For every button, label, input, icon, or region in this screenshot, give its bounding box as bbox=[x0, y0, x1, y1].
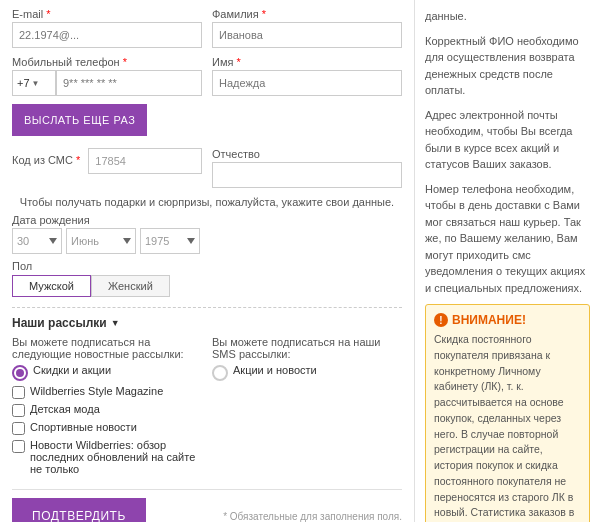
sms-subs-title: Вы можете подписаться на наши SMS рассыл… bbox=[212, 336, 402, 360]
email-sub-discounts: Скидки и акции bbox=[12, 364, 202, 381]
phone-label: Мобильный телефон * bbox=[12, 56, 202, 68]
warning-icon: ! bbox=[434, 313, 448, 327]
dob-group: Дата рождения 30 Июнь 1975 bbox=[12, 214, 402, 254]
patronymic-group: Отчество bbox=[212, 148, 402, 188]
right-para3: Номер телефона необходим, чтобы в день д… bbox=[425, 181, 590, 297]
email-sub-kids: Детская мода bbox=[12, 403, 202, 417]
bottom-bar: ПОДТВЕРДИТЬ * Обязательные для заполнени… bbox=[12, 489, 402, 522]
warning-text: Скидка постоянного покупателя привязана … bbox=[434, 332, 581, 522]
surname-input[interactable] bbox=[212, 22, 402, 48]
gender-buttons: Мужской Женский bbox=[12, 275, 402, 297]
resend-row: ВЫСЛАТЬ ЕЩЕ РАЗ bbox=[12, 104, 402, 142]
email-subs-title: Вы можете подписаться на следующие новос… bbox=[12, 336, 202, 360]
surname-group: Фамилия * bbox=[212, 8, 402, 48]
email-label: E-mail * bbox=[12, 8, 202, 20]
sms-subscriptions-col: Вы можете подписаться на наши SMS рассыл… bbox=[212, 336, 402, 479]
subscription-columns: Вы можете подписаться на следующие новос… bbox=[12, 336, 402, 479]
right-panel: данные. Корректный ФИО необходимо для ос… bbox=[415, 0, 600, 522]
name-input[interactable] bbox=[212, 70, 402, 96]
phone-group: Мобильный телефон * +7 ▼ bbox=[12, 56, 202, 96]
sms-sub-promos-label: Акции и новости bbox=[233, 364, 317, 376]
warning-title-row: ! ВНИМАНИЕ! bbox=[434, 313, 581, 327]
email-surname-row: E-mail * Фамилия * bbox=[12, 8, 402, 48]
email-sub-kids-label: Детская мода bbox=[30, 403, 100, 415]
sms-patronymic-row: Код из СМС * Отчество bbox=[12, 148, 402, 188]
left-panel: E-mail * Фамилия * Мобильный телефон * +… bbox=[0, 0, 415, 522]
name-label: Имя * bbox=[212, 56, 402, 68]
top-note: данные. bbox=[425, 8, 590, 25]
email-sub-sports-label: Спортивные новости bbox=[30, 421, 137, 433]
surname-label: Фамилия * bbox=[212, 8, 402, 20]
warning-box: ! ВНИМАНИЕ! Скидка постоянного покупател… bbox=[425, 304, 590, 522]
phone-code-arrow-icon: ▼ bbox=[32, 79, 40, 88]
email-sub-magazine-checkbox[interactable] bbox=[12, 386, 25, 399]
subscriptions-title: Наши рассылки bbox=[12, 316, 107, 330]
subscriptions-arrow-icon: ▼ bbox=[111, 318, 120, 328]
right-para1: Корректный ФИО необходимо для осуществле… bbox=[425, 33, 590, 99]
phone-input-row: +7 ▼ bbox=[12, 70, 202, 96]
required-note: * Обязательные для заполнения поля. bbox=[223, 511, 402, 522]
sms-code-group: Код из СМС * bbox=[12, 148, 202, 188]
email-sub-magazine: Wildberries Style Magazine bbox=[12, 385, 202, 399]
phone-number-input[interactable] bbox=[56, 70, 202, 96]
sms-code-inline: Код из СМС * bbox=[12, 148, 202, 174]
name-group: Имя * bbox=[212, 56, 402, 96]
email-sub-kids-checkbox[interactable] bbox=[12, 404, 25, 417]
gift-hint-text: Чтобы получать подарки и сюрпризы, пожал… bbox=[12, 196, 402, 208]
email-sub-magazine-label: Wildberries Style Magazine bbox=[30, 385, 163, 397]
email-group: E-mail * bbox=[12, 8, 202, 48]
patronymic-input[interactable] bbox=[212, 162, 402, 188]
gender-label: Пол bbox=[12, 260, 402, 272]
dob-label: Дата рождения bbox=[12, 214, 402, 226]
warning-title-text: ВНИМАНИЕ! bbox=[452, 313, 526, 327]
email-subscriptions-col: Вы можете подписаться на следующие новос… bbox=[12, 336, 202, 479]
gender-group: Пол Мужской Женский bbox=[12, 260, 402, 297]
dob-month-select[interactable]: Июнь bbox=[66, 228, 136, 254]
email-sub-sports-checkbox[interactable] bbox=[12, 422, 25, 435]
sms-sub-promos-radio[interactable] bbox=[212, 365, 228, 381]
confirm-button[interactable]: ПОДТВЕРДИТЬ bbox=[12, 498, 146, 522]
sms-code-label: Код из СМС * bbox=[12, 154, 80, 166]
phone-code-value: +7 bbox=[17, 77, 30, 89]
gender-male-button[interactable]: Мужской bbox=[12, 275, 91, 297]
right-para2: Адрес электронной почты необходим, чтобы… bbox=[425, 107, 590, 173]
email-input[interactable] bbox=[12, 22, 202, 48]
email-sub-news-label: Новости Wildberries: обзор последних обн… bbox=[30, 439, 202, 475]
email-sub-news-checkbox[interactable] bbox=[12, 440, 25, 453]
sms-sub-promos: Акции и новости bbox=[212, 364, 402, 381]
resend-button[interactable]: ВЫСЛАТЬ ЕЩЕ РАЗ bbox=[12, 104, 147, 136]
subscriptions-header[interactable]: Наши рассылки ▼ bbox=[12, 316, 402, 330]
phone-name-row: Мобильный телефон * +7 ▼ Имя * bbox=[12, 56, 402, 96]
gender-female-button[interactable]: Женский bbox=[91, 275, 170, 297]
dob-selects: 30 Июнь 1975 bbox=[12, 228, 402, 254]
patronymic-label: Отчество bbox=[212, 148, 402, 160]
dob-day-select[interactable]: 30 bbox=[12, 228, 62, 254]
dob-year-select[interactable]: 1975 bbox=[140, 228, 200, 254]
email-sub-discounts-label: Скидки и акции bbox=[33, 364, 111, 376]
email-sub-news: Новости Wildberries: обзор последних обн… bbox=[12, 439, 202, 475]
sms-code-input[interactable] bbox=[88, 148, 202, 174]
email-sub-discounts-radio[interactable] bbox=[12, 365, 28, 381]
phone-code-select[interactable]: +7 ▼ bbox=[12, 70, 56, 96]
divider-1 bbox=[12, 307, 402, 308]
email-sub-sports: Спортивные новости bbox=[12, 421, 202, 435]
